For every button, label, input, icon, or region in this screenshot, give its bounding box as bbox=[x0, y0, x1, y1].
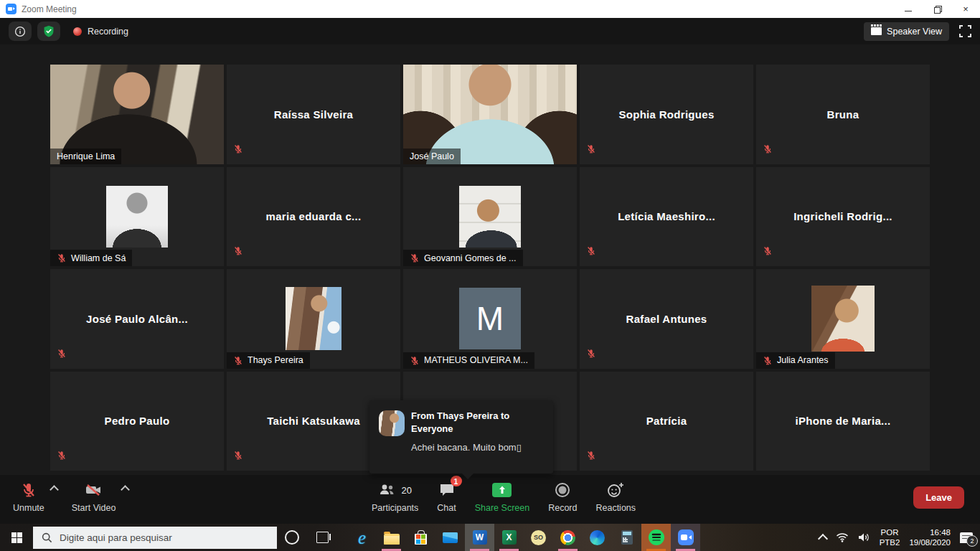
unmute-button[interactable]: Unmute bbox=[13, 481, 44, 513]
participant-tile[interactable]: Letícia Maeshiro... bbox=[580, 167, 753, 267]
taskbar-app-calculator[interactable] bbox=[612, 524, 641, 551]
shield-check-icon bbox=[43, 25, 55, 37]
speaker-view-icon bbox=[871, 27, 882, 35]
search-placeholder: Digite aqui para pesquisar bbox=[60, 532, 172, 543]
taskbar-app-file-explorer[interactable] bbox=[377, 524, 406, 551]
tray-overflow-chevron-icon[interactable] bbox=[818, 533, 828, 543]
participant-name-label: Geovanni Gomes de ... bbox=[403, 250, 523, 266]
info-icon bbox=[14, 26, 26, 37]
unmute-options-caret[interactable] bbox=[50, 485, 59, 494]
muted-mic-icon bbox=[233, 143, 243, 154]
internet-explorer-icon: e bbox=[358, 529, 366, 547]
participants-label: Participants bbox=[372, 503, 418, 513]
participant-tile[interactable]: José Paulo Alcân... bbox=[50, 269, 224, 369]
taskbar-app-word[interactable]: W bbox=[465, 524, 494, 551]
zoom-meeting-window: Zoom Meeting × Recording Speaker View He… bbox=[0, 0, 980, 551]
restore-button[interactable] bbox=[923, 0, 951, 18]
taskbar-app-mail[interactable] bbox=[435, 524, 465, 551]
participant-tile[interactable]: maria eduarda c... bbox=[227, 167, 400, 267]
video-options-caret[interactable] bbox=[121, 485, 131, 494]
close-button[interactable]: × bbox=[951, 0, 980, 18]
action-center-button[interactable]: 2 bbox=[960, 532, 973, 543]
taskbar-app-zoom-app[interactable] bbox=[671, 524, 700, 551]
keyboard-layout: PTB2 bbox=[880, 537, 900, 547]
taskbar-app-microsoft-store[interactable] bbox=[406, 524, 435, 551]
participant-tile[interactable]: Julia Arantes bbox=[756, 269, 930, 369]
participant-photo-avatar bbox=[811, 286, 875, 352]
muted-indicator bbox=[586, 450, 596, 463]
taskbar-search-input[interactable]: Digite aqui para pesquisar bbox=[33, 527, 277, 549]
chat-unread-badge: 1 bbox=[451, 476, 462, 486]
cortana-icon bbox=[285, 530, 299, 545]
muted-mic-icon bbox=[233, 450, 243, 461]
taskbar-app-chrome[interactable] bbox=[553, 524, 583, 551]
muted-indicator bbox=[763, 245, 773, 259]
chat-notification-popup[interactable]: From Thays Pereira to Everyone Achei bac… bbox=[369, 400, 553, 474]
participant-name: José Paulo Alcân... bbox=[80, 313, 194, 325]
muted-mic-icon bbox=[233, 355, 243, 366]
record-button[interactable]: Record bbox=[548, 481, 577, 513]
cortana-button[interactable] bbox=[277, 524, 307, 551]
chat-popup-message: Achei bacana. Muito bom▯ bbox=[411, 442, 545, 453]
muted-mic-icon bbox=[410, 253, 420, 263]
participant-name-label: Henrique Lima bbox=[50, 149, 121, 164]
participant-tile[interactable]: Bruna bbox=[756, 65, 930, 164]
language-indicator[interactable]: POR PTB2 bbox=[880, 527, 900, 548]
task-view-button[interactable] bbox=[307, 524, 337, 551]
close-icon: × bbox=[963, 4, 969, 14]
muted-mic-icon bbox=[20, 481, 37, 499]
chat-button[interactable]: 1 Chat bbox=[437, 481, 456, 513]
participant-tile[interactable]: Ingricheli Rodrig... bbox=[756, 167, 930, 267]
taskbar-app-edge[interactable] bbox=[583, 524, 612, 551]
recording-dot-icon bbox=[73, 27, 82, 36]
start-button[interactable] bbox=[0, 524, 33, 551]
participant-tile[interactable]: Sophia Rodrigues bbox=[580, 65, 753, 164]
language-code: POR bbox=[880, 527, 900, 537]
wifi-icon[interactable] bbox=[836, 532, 849, 542]
meeting-info-button[interactable] bbox=[9, 22, 32, 41]
taskbar-clock[interactable]: 16:48 19/08/2020 bbox=[909, 527, 951, 548]
participant-tile[interactable]: Henrique Lima bbox=[50, 65, 224, 164]
participant-tile[interactable]: MMATHEUS OLIVEIRA M... bbox=[403, 269, 577, 369]
participant-photo-avatar bbox=[459, 186, 521, 248]
microsoft-store-icon bbox=[415, 534, 427, 545]
share-screen-button[interactable]: Share Screen bbox=[475, 481, 529, 513]
taskbar-app-excel[interactable]: X bbox=[494, 524, 524, 551]
excel-icon: X bbox=[502, 530, 517, 545]
search-icon bbox=[42, 532, 52, 543]
participant-tile[interactable]: Pedro Paulo bbox=[50, 372, 224, 471]
volume-icon[interactable] bbox=[858, 532, 870, 542]
share-screen-icon bbox=[492, 483, 512, 497]
encryption-shield-button[interactable] bbox=[37, 22, 60, 41]
taskbar-app-stack-overflow[interactable]: SO bbox=[524, 524, 553, 551]
participant-name: Bruna bbox=[821, 108, 865, 121]
participant-tile[interactable]: Rafael Antunes bbox=[580, 269, 753, 369]
reactions-button[interactable]: Reactions bbox=[595, 481, 636, 513]
chat-sender-avatar bbox=[379, 410, 405, 436]
participant-tile[interactable]: Raíssa Silveira bbox=[227, 65, 400, 164]
participant-tile[interactable]: Patrícia bbox=[580, 372, 753, 471]
zoom-app-icon bbox=[678, 529, 694, 545]
minimize-button[interactable] bbox=[894, 0, 923, 18]
taskbar-app-spotify[interactable] bbox=[641, 524, 671, 551]
start-video-button[interactable]: Start Video bbox=[72, 481, 116, 513]
leave-button[interactable]: Leave bbox=[913, 486, 964, 509]
participant-tile[interactable]: William de Sá bbox=[50, 167, 224, 267]
record-icon bbox=[554, 481, 571, 499]
unmute-label: Unmute bbox=[13, 503, 44, 513]
muted-mic-icon bbox=[57, 348, 67, 359]
chat-label: Chat bbox=[437, 503, 456, 513]
muted-mic-icon bbox=[233, 245, 243, 256]
participant-name: Taichi Katsukawa bbox=[261, 415, 366, 427]
participants-button[interactable]: 20 Participants bbox=[372, 481, 418, 513]
speaker-view-button[interactable]: Speaker View bbox=[864, 22, 949, 41]
fullscreen-icon[interactable] bbox=[959, 25, 971, 37]
participant-name: Henrique Lima bbox=[57, 151, 115, 161]
participant-tile[interactable]: José Paulo bbox=[403, 65, 577, 164]
participant-photo-avatar bbox=[106, 186, 168, 248]
participant-tile[interactable]: iPhone de Maria... bbox=[756, 372, 930, 471]
clock-date: 19/08/2020 bbox=[909, 537, 951, 547]
taskbar-app-internet-explorer[interactable]: e bbox=[347, 524, 377, 551]
participant-tile[interactable]: Thays Pereira bbox=[227, 269, 400, 369]
participant-tile[interactable]: Geovanni Gomes de ... bbox=[403, 167, 577, 267]
